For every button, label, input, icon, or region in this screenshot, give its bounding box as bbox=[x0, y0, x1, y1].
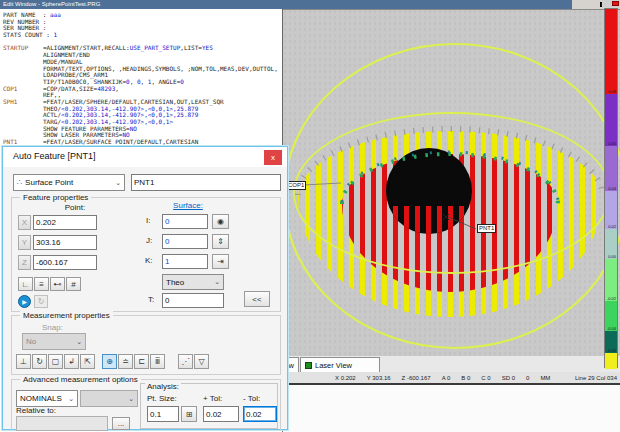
edit-window-titlebar[interactable]: Edit Window - SpherePointTest.PRG bbox=[0, 0, 572, 9]
chevron-down-icon: ⌄ bbox=[128, 395, 134, 403]
dialog-titlebar[interactable]: Auto Feature [PNT1] x bbox=[3, 147, 287, 167]
cop1-label[interactable]: COP1 bbox=[286, 181, 306, 190]
find-nominal-icon[interactable]: ≡ bbox=[34, 277, 49, 291]
pnt1-label[interactable]: PNT1 bbox=[477, 224, 496, 233]
point-y-input[interactable]: 303.16 bbox=[33, 235, 97, 250]
bottom-empty-area bbox=[283, 385, 620, 432]
feature-properties-group: Feature properties Point: X 0.202 Y 303.… bbox=[11, 197, 281, 312]
minus-tol-value: 0.02 bbox=[246, 410, 262, 419]
surface-k-input[interactable]: 1 bbox=[162, 254, 208, 269]
chevron-down-icon: ⌄ bbox=[115, 179, 121, 187]
vector-ball-icon[interactable]: ◉ bbox=[212, 214, 229, 229]
laser-view-canvas[interactable]: COP1 PNT1 bbox=[283, 9, 620, 356]
status-sd: SD 0 bbox=[502, 375, 515, 381]
snap-dropdown[interactable]: No ⌄ bbox=[22, 333, 86, 350]
theo-dropdown[interactable]: Theo ⌄ bbox=[162, 274, 224, 290]
scale-close-button[interactable] bbox=[612, 1, 619, 6]
nominals-value: NOMINALS bbox=[20, 394, 62, 403]
rescan-icon[interactable]: ↻ bbox=[32, 354, 47, 369]
probe-down-icon[interactable]: ⊥ bbox=[16, 354, 31, 369]
feature-name-input[interactable]: PNT1 bbox=[131, 174, 281, 191]
point-z-input[interactable]: -600.167 bbox=[33, 255, 97, 270]
region-icon[interactable]: ▢ bbox=[48, 354, 63, 369]
feature-properties-legend: Feature properties bbox=[20, 193, 91, 202]
j-label: J: bbox=[146, 236, 152, 245]
read-point-icon[interactable]: ∟ bbox=[18, 277, 33, 291]
collapse-dialog-button[interactable]: << bbox=[244, 291, 270, 307]
status-units: MM bbox=[540, 375, 550, 381]
x-axis-toggle[interactable]: X bbox=[18, 215, 31, 230]
surface-label[interactable]: Surface: bbox=[158, 201, 218, 210]
scale-band: -0.06-0.06 bbox=[605, 331, 617, 353]
tab-laser-view[interactable]: Laser View bbox=[300, 357, 380, 372]
point-z-value: -600.167 bbox=[36, 258, 68, 267]
view-tab-bar: w Laser View bbox=[283, 356, 620, 372]
surface-j-input[interactable]: 0 bbox=[162, 234, 208, 249]
nominals-dropdown[interactable]: NOMINALS ⌄ bbox=[16, 390, 78, 407]
status-a: A 0 bbox=[442, 375, 451, 381]
status-line-col: Line 29 Col 034 bbox=[575, 375, 620, 381]
measure-order-icon[interactable]: ⊷ bbox=[50, 277, 65, 291]
analysis-label: Analysis: bbox=[145, 382, 181, 391]
theo-value: Theo bbox=[166, 278, 184, 287]
status-bar: X 0.202 Y 303.16 Z -600.167 A 0 B 0 C 0 … bbox=[283, 372, 620, 383]
surface-k-value: 1 bbox=[165, 257, 169, 266]
plus-tol-value: 0.02 bbox=[206, 410, 222, 419]
align-vector-icon[interactable]: ⇥ bbox=[212, 254, 229, 269]
surface-i-input[interactable]: 0 bbox=[162, 214, 208, 229]
status-y: Y 303.16 bbox=[367, 375, 391, 381]
relative-to-input[interactable] bbox=[16, 416, 108, 431]
rerun-icon[interactable]: ↻ bbox=[34, 295, 48, 308]
advanced-options-legend: Advanced measurement options bbox=[20, 375, 141, 384]
return-path-icon[interactable]: ↲ bbox=[64, 354, 79, 369]
pt-size-input[interactable]: 0.1 bbox=[147, 406, 179, 422]
plus-tol-input[interactable]: 0.02 bbox=[203, 406, 239, 422]
move-path-icon[interactable]: ⇱ bbox=[80, 354, 95, 369]
relative-to-label: Relative to: bbox=[16, 406, 56, 415]
surface-point-icon: ∴ bbox=[17, 178, 22, 187]
tolerance-zone-icon[interactable]: ⊞ bbox=[181, 406, 197, 422]
scale-band bbox=[605, 353, 617, 369]
feature-type-dropdown[interactable]: ∴ Surface Point ⌄ bbox=[13, 174, 125, 191]
surface-j-value: 0 bbox=[165, 237, 169, 246]
scale-bands: 0.080.080.060.060.040.040.020.020.000.00… bbox=[604, 8, 618, 368]
code-line: PNT1=FEAT/LASER/SURFACE POINT/DEFAULT,CA… bbox=[3, 139, 282, 146]
point-y-value: 303.16 bbox=[36, 238, 60, 247]
scale-band: 0.020.02 bbox=[605, 191, 617, 229]
edit-code: PART NAME : aaaREV NUMBER :SER NUMBER :S… bbox=[3, 12, 282, 146]
scale-band: 0.060.06 bbox=[605, 94, 617, 146]
test-feature-button[interactable]: ▶ bbox=[18, 295, 31, 308]
target-mode-icon[interactable]: ⊕ bbox=[102, 354, 117, 369]
z-axis-toggle[interactable]: Z bbox=[18, 255, 31, 270]
surface-i-value: 0 bbox=[165, 217, 169, 226]
point-x-input[interactable]: 0.202 bbox=[33, 215, 97, 230]
browse-button[interactable]: ... bbox=[112, 417, 130, 430]
pt-size-label: Pt. Size: bbox=[147, 394, 177, 403]
t-label: T: bbox=[148, 295, 154, 304]
nominals-mode-dropdown[interactable]: ⌄ bbox=[80, 390, 138, 407]
analysis-group: Analysis: Pt. Size: + Tol: - Tol: 0.1 ⊞ … bbox=[140, 383, 278, 429]
columns-mode-icon[interactable]: ⅲ bbox=[150, 354, 165, 369]
dialog-close-button[interactable]: x bbox=[264, 150, 282, 165]
point-sequence-icon[interactable]: ⋰ bbox=[178, 354, 193, 369]
block-mode-icon[interactable]: ⊏ bbox=[134, 354, 149, 369]
pt-size-value: 0.1 bbox=[150, 410, 161, 419]
grid-icon[interactable]: # bbox=[66, 277, 81, 291]
k-label: K: bbox=[145, 256, 153, 265]
minus-tol-input[interactable]: 0.02 bbox=[243, 406, 277, 422]
chevron-down-icon: ⌄ bbox=[76, 338, 82, 346]
chevron-down-icon: ⌄ bbox=[68, 395, 74, 403]
snap-label: Snap: bbox=[42, 323, 63, 332]
filter-icon[interactable]: ▽ bbox=[194, 354, 209, 369]
measurement-properties-group: Measurement properties Snap: No ⌄ ⊥ ↻ ▢ … bbox=[11, 315, 281, 375]
level-mode-icon[interactable]: ≐ bbox=[118, 354, 133, 369]
y-axis-toggle[interactable]: Y bbox=[18, 235, 31, 250]
scale-band: 0.000.00 bbox=[605, 229, 617, 259]
tab-partial-label: w bbox=[289, 359, 294, 372]
status-x: X 0.202 bbox=[335, 375, 356, 381]
t-input[interactable]: 0 bbox=[162, 293, 224, 308]
flip-vector-icon[interactable]: ⇕ bbox=[212, 234, 229, 249]
status-c: C 0 bbox=[481, 375, 490, 381]
auto-feature-dialog: Auto Feature [PNT1] x ∴ Surface Point ⌄ … bbox=[2, 146, 288, 430]
scale-band: -0.04-0.04 bbox=[605, 301, 617, 331]
